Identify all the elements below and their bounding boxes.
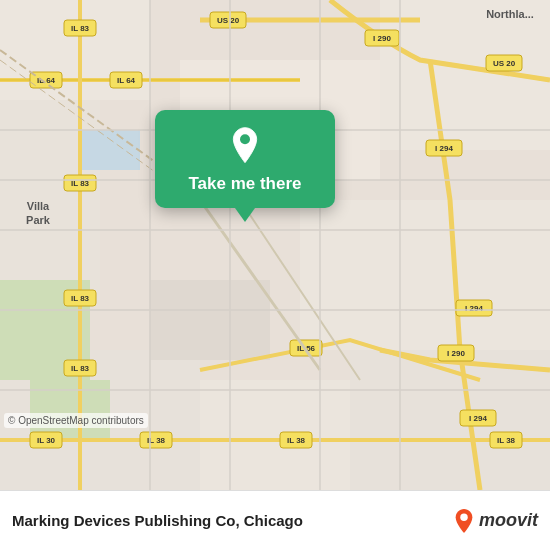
- svg-text:I 294: I 294: [465, 304, 483, 313]
- svg-text:IL 30: IL 30: [37, 436, 56, 445]
- svg-text:IL 38: IL 38: [287, 436, 306, 445]
- svg-text:Villa: Villa: [27, 200, 50, 212]
- svg-text:I 290: I 290: [447, 349, 465, 358]
- svg-rect-12: [150, 280, 270, 360]
- svg-text:US 20: US 20: [493, 59, 516, 68]
- svg-rect-10: [30, 380, 110, 440]
- svg-text:Park: Park: [26, 214, 51, 226]
- svg-text:IL 64: IL 64: [37, 76, 56, 85]
- navigation-popup[interactable]: Take me there: [155, 110, 335, 208]
- location-pin-icon: [225, 126, 265, 166]
- location-title: Marking Devices Publishing Co, Chicago: [12, 512, 453, 529]
- svg-rect-5: [300, 200, 550, 350]
- take-me-there-label: Take me there: [188, 174, 301, 194]
- moovit-logo: moovit: [453, 508, 538, 534]
- moovit-pin-icon: [453, 508, 475, 534]
- svg-text:US 20: US 20: [217, 16, 240, 25]
- svg-text:IL 38: IL 38: [497, 436, 516, 445]
- svg-text:I 294: I 294: [469, 414, 487, 423]
- svg-rect-7: [200, 380, 350, 490]
- svg-text:I 294: I 294: [435, 144, 453, 153]
- svg-text:IL 83: IL 83: [71, 364, 90, 373]
- svg-text:IL 83: IL 83: [71, 294, 90, 303]
- svg-rect-11: [80, 130, 140, 170]
- map-attribution: © OpenStreetMap contributors: [4, 413, 148, 428]
- svg-text:IL 64: IL 64: [117, 76, 136, 85]
- moovit-text: moovit: [479, 510, 538, 531]
- bottom-bar: Marking Devices Publishing Co, Chicago m…: [0, 490, 550, 550]
- svg-text:IL 83: IL 83: [71, 24, 90, 33]
- svg-text:Northla...: Northla...: [486, 8, 534, 20]
- svg-point-67: [460, 513, 467, 520]
- map-container: IL 64 IL 64 US 20 IL 83 IL 83 IL 83 IL 8…: [0, 0, 550, 490]
- svg-point-66: [240, 134, 250, 144]
- svg-text:I 290: I 290: [373, 34, 391, 43]
